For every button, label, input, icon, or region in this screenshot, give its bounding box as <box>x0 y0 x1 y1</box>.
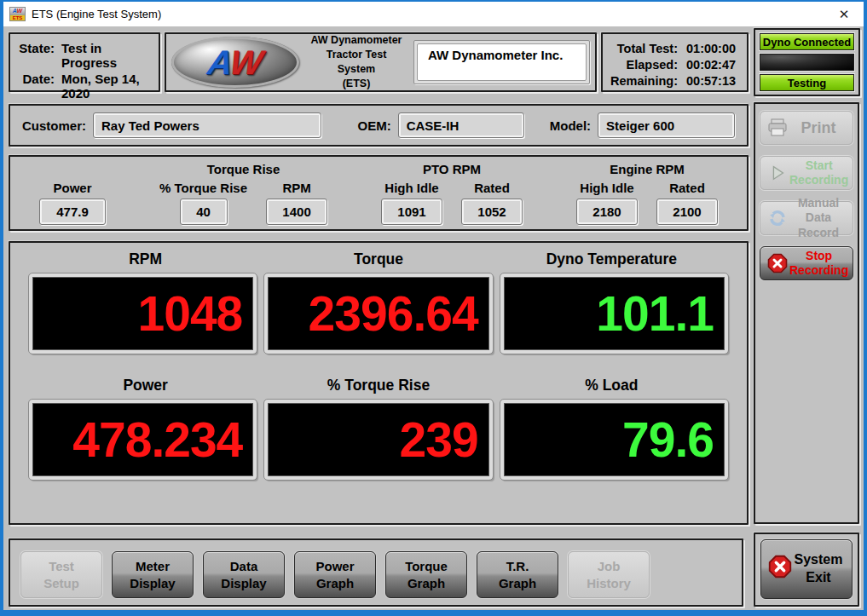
customer-label: Customer: <box>22 118 86 133</box>
print-button-label: Print <box>789 118 847 138</box>
app-icon-aw: AW <box>10 8 25 15</box>
remaining-value: 00:57:13 <box>686 74 743 88</box>
manual-record-line1: Manual <box>789 196 847 211</box>
pct-torque-rise-value: 40 <box>180 199 228 225</box>
window-title: ETS (Engine Test System) <box>32 8 161 20</box>
company-name-frame: AW Dynamometer Inc. <box>413 40 590 84</box>
pct-torque-rise-meter-display: 239 <box>264 400 492 480</box>
system-title-line1: AW Dynamometer <box>306 33 407 48</box>
print-button[interactable]: Print <box>760 111 853 145</box>
logo-letter-w: W <box>228 45 264 79</box>
system-title: AW Dynamometer Tractor Test System (ETS) <box>306 33 407 91</box>
test-parameters-panel: Power 477.9 Torque Rise % Torque Rise 40… <box>9 155 749 231</box>
remaining-label: Remaining: <box>606 74 686 88</box>
pto-rated-label: Rated <box>474 181 510 199</box>
sync-icon <box>766 208 789 228</box>
engine-rpm-group: Engine RPM High Idle 2180 Rated 2100 <box>576 162 718 229</box>
power-param-group: Power 477.9 <box>39 162 106 229</box>
elapsed-value: 00:02:47 <box>686 58 743 72</box>
power-meter-label: Power <box>29 377 262 394</box>
app-icon: AW ETS <box>9 7 26 21</box>
start-recording-line1: Start <box>789 158 848 174</box>
pct-load-meter-label: % Load <box>495 377 728 394</box>
torque-meter-label: Torque <box>262 250 494 268</box>
pct-torque-rise-label: % Torque Rise <box>159 181 247 199</box>
engine-high-idle-value: 2180 <box>576 199 638 225</box>
system-exit-panel: System Exit <box>754 533 859 607</box>
torque-rise-header: Torque Rise <box>207 162 280 181</box>
blank-indicator <box>760 54 854 71</box>
oem-label: OEM: <box>357 118 390 133</box>
exit-stop-icon <box>768 555 792 584</box>
stop-octagon-icon <box>766 253 789 273</box>
nav-meter-display-button[interactable]: MeterDisplay <box>112 551 194 598</box>
total-test-value: 01:00:00 <box>686 42 743 55</box>
dyno-temp-meter-label: Dyno Temperature <box>495 250 728 268</box>
engine-rated-label: Rated <box>669 181 705 199</box>
meters-panel: RPM Torque Dyno Temperature 1048 2396.64… <box>9 241 749 525</box>
state-value: Test in Progress <box>61 41 153 70</box>
nav-data-display-button[interactable]: DataDisplay <box>203 551 285 598</box>
company-name: AW Dynamometer Inc. <box>417 43 587 81</box>
power-meter-display: 478.234 <box>29 400 257 480</box>
start-recording-button[interactable]: Start Recording <box>760 156 853 190</box>
engine-high-idle-label: High Idle <box>580 181 633 199</box>
system-exit-line2: Exit <box>792 569 845 587</box>
system-title-line3: (ETS) <box>306 77 407 91</box>
torque-rise-rpm-value: 1400 <box>266 199 327 225</box>
play-icon <box>766 164 789 182</box>
bottom-nav-panel: TestSetup MeterDisplay DataDisplay Power… <box>9 538 743 607</box>
pto-high-idle-value: 1091 <box>381 199 442 225</box>
dyno-temp-meter-display: 101.1 <box>500 273 728 354</box>
title-bar: AW ETS ETS (Engine Test System) ✕ <box>3 2 864 26</box>
printer-icon <box>766 118 789 138</box>
model-field[interactable]: Steiger 600 <box>598 112 735 138</box>
total-test-label: Total Test: <box>606 42 686 55</box>
state-panel: State: Test in Progress Date: Mon, Sep 1… <box>9 32 160 92</box>
nav-job-history-button[interactable]: JobHistory <box>568 551 650 598</box>
system-title-line2: Tractor Test System <box>306 48 407 77</box>
app-icon-ets: ETS <box>10 15 25 21</box>
aw-logo: A W <box>171 37 299 88</box>
nav-tr-graph-button[interactable]: T.R.Graph <box>477 551 558 598</box>
status-indicator-panel: Dyno Connected Testing <box>754 28 860 96</box>
stop-recording-button[interactable]: Stop Recording <box>760 246 853 280</box>
stop-recording-line1: Stop <box>789 249 848 264</box>
close-icon[interactable]: ✕ <box>824 2 864 26</box>
power-param-value: 477.9 <box>39 199 106 225</box>
nav-torque-graph-button[interactable]: TorqueGraph <box>385 551 467 598</box>
dyno-connected-indicator: Dyno Connected <box>760 33 854 50</box>
date-value: Mon, Sep 14, 2020 <box>61 72 153 101</box>
job-info-panel: Customer: Ray Ted Powers OEM: CASE-IH Mo… <box>9 104 749 147</box>
date-label: Date: <box>17 72 61 101</box>
nav-power-graph-button[interactable]: PowerGraph <box>294 551 376 598</box>
rpm-meter-display: 1048 <box>29 273 257 354</box>
state-label: State: <box>17 41 61 70</box>
pct-load-meter-display: 79.6 <box>500 400 728 480</box>
branding-panel: A W AW Dynamometer Tractor Test System (… <box>165 32 597 92</box>
power-param-label: Power <box>53 181 91 199</box>
nav-test-setup-button[interactable]: TestSetup <box>20 551 102 598</box>
customer-field[interactable]: Ray Ted Powers <box>93 112 321 138</box>
engine-rpm-header: Engine RPM <box>610 162 685 181</box>
stop-recording-line2: Recording <box>789 263 848 279</box>
app-window: AW ETS ETS (Engine Test System) ✕ State:… <box>0 0 867 616</box>
rpm-meter-label: RPM <box>29 250 262 268</box>
manual-data-record-button[interactable]: Manual Data Record <box>760 201 853 235</box>
torque-meter-display: 2396.64 <box>264 273 492 354</box>
action-sidebar-panel: Print Start Recording Man <box>754 102 859 524</box>
torque-rise-rpm-label: RPM <box>282 181 310 199</box>
oem-field[interactable]: CASE-IH <box>398 112 524 138</box>
pto-rated-value: 1052 <box>461 199 523 225</box>
client-area: State: Test in Progress Date: Mon, Sep 1… <box>3 26 864 610</box>
manual-record-line2: Data Record <box>789 210 847 240</box>
model-label: Model: <box>550 118 591 133</box>
elapsed-label: Elapsed: <box>606 58 686 72</box>
pto-rpm-header: PTO RPM <box>423 162 481 181</box>
start-recording-line2: Recording <box>789 173 848 188</box>
pto-high-idle-label: High Idle <box>384 181 438 199</box>
pct-torque-rise-meter-label: % Torque Rise <box>262 377 494 394</box>
system-exit-button[interactable]: System Exit <box>760 539 853 599</box>
system-exit-line1: System <box>792 551 845 569</box>
engine-rated-value: 2100 <box>656 199 718 225</box>
